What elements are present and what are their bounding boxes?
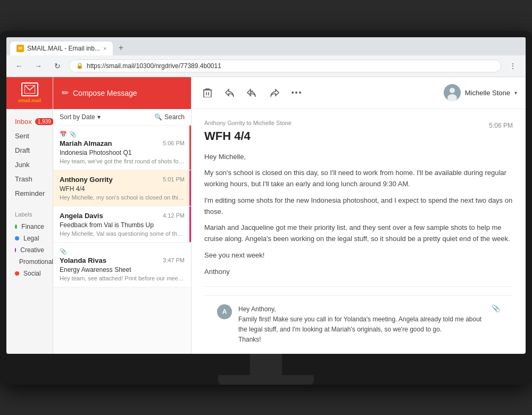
user-profile[interactable]: Michelle Stone ▾ <box>444 84 517 101</box>
calendar-icon: 📅 <box>60 131 67 138</box>
label-finance[interactable]: Finance <box>15 221 44 233</box>
sidebar-item-sent[interactable]: Sent <box>6 129 53 143</box>
logo-icon <box>21 82 38 96</box>
user-name: Michelle Stone <box>465 89 510 97</box>
email-1-icons: 📅 📎 <box>60 131 185 138</box>
label-promotional[interactable]: Promotional <box>15 256 44 268</box>
email-4-subject: Energy Awareness Sheet <box>60 266 185 273</box>
search-button[interactable]: 🔍 Search <box>154 113 185 121</box>
labels-title: Labels <box>15 211 44 218</box>
creative-label: Creative <box>20 246 44 254</box>
tab-favicon: M <box>16 45 24 52</box>
sort-chevron-icon: ▾ <box>97 113 101 121</box>
sidebar-item-draft[interactable]: Draft <box>6 143 53 157</box>
legal-dot <box>15 236 19 240</box>
delete-button[interactable] <box>200 85 215 100</box>
browser-menu-button[interactable]: ⋮ <box>505 59 520 73</box>
promotional-label: Promotional <box>19 258 53 265</box>
sort-label: Sort by Date <box>60 113 95 121</box>
email-2-time: 5:01 PM <box>163 176 185 182</box>
email-1-sender: Mariah Almazan <box>60 139 112 147</box>
search-icon: 🔍 <box>154 113 162 121</box>
reply-body: Family first! Make sure you call in for … <box>238 314 483 335</box>
sidebar-item-trash[interactable]: Trash <box>6 172 53 186</box>
sent-label: Sent <box>15 132 29 140</box>
email-4-icons: 📎 <box>60 248 185 255</box>
label-social[interactable]: Social <box>15 268 44 279</box>
compose-label: Compose Message <box>73 89 137 97</box>
email-item-4[interactable]: 📎 Yolanda Rivas 3:47 PM Energy Awareness… <box>53 243 191 287</box>
more-options-button[interactable]: ••• <box>289 85 304 100</box>
forward-button[interactable]: → <box>31 59 46 73</box>
email-2-priority-bar <box>189 170 191 206</box>
email-detail-toolbar: ••• Michelle Stone ▾ <box>192 77 526 109</box>
email-detail-body: Hey Michelle, My son's school is closed … <box>204 152 513 278</box>
reply-section: A Hey Anthony, Family first! Make sure y… <box>204 295 513 354</box>
reminder-label: Reminder <box>15 189 45 197</box>
body-p1: My son's school is closed on this day, s… <box>204 168 513 190</box>
reply-avatar-text: A <box>222 308 227 316</box>
social-label: Social <box>23 270 41 277</box>
body-p4: See you next week! <box>204 250 513 261</box>
email-1-preview: Hey team, we've got the first round of s… <box>60 158 185 164</box>
sidebar-item-junk[interactable]: Junk <box>6 157 53 172</box>
attachment-icon-2: 📎 <box>60 248 67 255</box>
email-item-3[interactable]: Angela Davis 4:12 PM Feedback from Val i… <box>53 206 191 243</box>
email-item-1[interactable]: 📅 📎 Mariah Almazan 5:06 PM Indonesia Pho… <box>53 126 191 170</box>
sidebar-item-reminder[interactable]: Reminder <box>6 186 53 201</box>
reply-button[interactable] <box>222 85 237 100</box>
secure-icon: 🔒 <box>76 62 84 69</box>
stand-neck <box>250 354 282 375</box>
attachment-icon: 📎 <box>69 131 77 138</box>
tab-close-button[interactable]: × <box>103 45 106 52</box>
email-detail-meta: Anthony Gorrity to Michelle Stone <box>204 120 292 126</box>
email-2-sender: Anthony Gorrity <box>60 176 113 184</box>
email-3-sender: Angela Davis <box>60 212 103 220</box>
email-item-2[interactable]: Anthony Gorrity 5:01 PM WFH 4/4 Hey Mich… <box>53 170 191 206</box>
email-1-priority-bar <box>189 126 191 170</box>
email-detail-subject: WFH 4/4 <box>204 129 292 143</box>
search-label: Search <box>164 113 185 121</box>
inbox-label: Inbox <box>15 118 32 126</box>
svg-point-3 <box>450 88 455 93</box>
email-1-header: Mariah Almazan 5:06 PM <box>60 139 185 147</box>
user-dropdown-icon: ▾ <box>514 90 517 96</box>
monitor-stand <box>6 354 526 385</box>
body-greeting: Hey Michelle, <box>204 152 513 163</box>
app-logo: smail.mail <box>6 77 53 109</box>
more-icon: ••• <box>292 88 303 97</box>
email-4-preview: Hey team, see attached! Print before our… <box>60 275 185 281</box>
body-sign: Anthony <box>204 267 513 278</box>
label-creative[interactable]: Creative <box>15 244 44 256</box>
reply-all-button[interactable] <box>245 85 260 100</box>
reply-sign: Thanks! <box>238 335 483 345</box>
email-4-header: Yolanda Rivas 3:47 PM <box>60 256 185 264</box>
email-detail-content: Anthony Gorrity to Michelle Stone WFH 4/… <box>192 109 526 354</box>
legal-label: Legal <box>23 235 39 242</box>
email-2-header: Anthony Gorrity 5:01 PM <box>60 176 185 184</box>
compose-icon: ✏ <box>62 88 69 98</box>
email-3-preview: Hey Michelle, Val was questioning some o… <box>60 230 185 237</box>
url-text: https://smail.mail/10300/nrgdrive/77389.… <box>87 62 221 70</box>
sort-button[interactable]: Sort by Date ▾ <box>60 113 101 121</box>
label-legal[interactable]: Legal <box>15 233 44 244</box>
trash-label: Trash <box>15 175 32 183</box>
sidebar: smail.mail Inbox 1,939 Sent Draft Junk <box>6 77 53 354</box>
email-1-time: 5:06 PM <box>163 140 185 146</box>
email-3-subject: Feedback from Val is Thumbs Up <box>60 221 185 229</box>
email-4-time: 3:47 PM <box>163 257 185 263</box>
compose-bar[interactable]: ✏ Compose Message <box>53 77 191 109</box>
social-dot <box>15 271 19 276</box>
tab-title: SMAIL.MAIL - Email inb... <box>27 45 100 52</box>
stand-base <box>218 375 314 385</box>
refresh-button[interactable]: ↻ <box>50 59 65 73</box>
email-4-sender: Yolanda Rivas <box>60 256 106 264</box>
email-2-subject: WFH 4/4 <box>60 185 185 193</box>
back-button[interactable]: ← <box>12 59 27 73</box>
reply-greeting: Hey Anthony, <box>238 304 483 314</box>
new-tab-button[interactable]: + <box>113 40 128 55</box>
sidebar-item-inbox[interactable]: Inbox 1,939 <box>6 114 53 129</box>
browser-tab[interactable]: M SMAIL.MAIL - Email inb... × <box>10 41 113 55</box>
forward-button[interactable] <box>267 85 282 100</box>
address-bar[interactable]: 🔒 https://smail.mail/10300/nrgdrive/7738… <box>69 60 501 72</box>
